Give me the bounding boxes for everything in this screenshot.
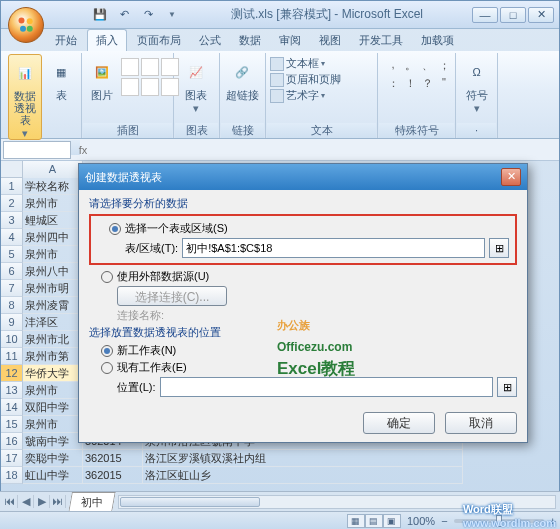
opt-select-range[interactable]: 选择一个表或区域(S) [109, 221, 509, 236]
ok-button[interactable]: 确定 [363, 412, 435, 434]
zoom-level[interactable]: 100% [407, 515, 435, 527]
radio-icon [109, 223, 121, 235]
svg-point-0 [19, 17, 25, 23]
dialog-titlebar[interactable]: 创建数据透视表 ✕ [79, 164, 527, 190]
tab-addin[interactable]: 加载项 [413, 30, 462, 51]
radio-icon [101, 271, 113, 283]
minimize-button[interactable]: — [472, 7, 498, 23]
zoom-out[interactable]: − [441, 515, 447, 527]
symbol-grid[interactable]: ,。、；：！？" [382, 54, 455, 95]
close-button[interactable]: ✕ [528, 7, 554, 23]
office-button[interactable] [8, 7, 44, 43]
fx-icon[interactable]: fx [73, 144, 93, 156]
group-chart: 图表 [175, 123, 218, 138]
link-icon: 🔗 [226, 56, 258, 88]
textbox-button[interactable]: 文本框 ▾ [270, 56, 373, 71]
svg-point-1 [27, 18, 33, 24]
redo-icon[interactable]: ↷ [138, 5, 158, 25]
location-selector-button[interactable]: ⊞ [497, 377, 517, 397]
location-input[interactable] [160, 377, 494, 397]
group-symbols: 特殊符号 [379, 123, 454, 138]
table-icon: ▦ [45, 56, 77, 88]
pivot-table-button[interactable]: 📊 数据 透视表▾ [8, 54, 42, 140]
select-all[interactable] [1, 161, 23, 178]
opt-existing-sheet[interactable]: 现有工作表(E) [101, 360, 517, 375]
tab-formula[interactable]: 公式 [191, 30, 229, 51]
range-input[interactable] [182, 238, 485, 258]
sheet-nav[interactable]: ⏮◀▶⏭ [2, 495, 66, 508]
ribbon-tabs: 开始 插入 页面布局 公式 数据 审阅 视图 开发工具 加载项 [1, 29, 559, 51]
hf-icon [270, 73, 284, 87]
tab-dev[interactable]: 开发工具 [351, 30, 411, 51]
maximize-button[interactable]: □ [500, 7, 526, 23]
window-controls: — □ ✕ [472, 7, 554, 23]
dialog-title: 创建数据透视表 [85, 170, 162, 185]
section-place-pivot: 选择放置数据透视表的位置 [89, 325, 517, 340]
section-select-data: 请选择要分析的数据 [89, 196, 517, 211]
formula-bar: fx [1, 139, 559, 161]
tab-view[interactable]: 视图 [311, 30, 349, 51]
range-label: 表/区域(T): [125, 241, 178, 256]
view-buttons[interactable]: ▦▤▣ [347, 514, 401, 528]
wordart-button[interactable]: 艺术字 ▾ [270, 88, 373, 103]
range-selector-button[interactable]: ⊞ [489, 238, 509, 258]
opt-new-sheet[interactable]: 新工作表(N) [101, 343, 517, 358]
tab-home[interactable]: 开始 [47, 30, 85, 51]
cancel-button[interactable]: 取消 [445, 412, 517, 434]
group-links: 链接 [221, 123, 264, 138]
corner-watermark: Word联盟 www.wordlm.com [463, 500, 556, 529]
illus-grid[interactable] [121, 54, 179, 96]
picture-button[interactable]: 🖼️ 图片 [86, 54, 118, 101]
location-label: 位置(L): [117, 380, 156, 395]
create-pivot-dialog: 创建数据透视表 ✕ 请选择要分析的数据 选择一个表或区域(S) 表/区域(T):… [78, 163, 528, 443]
qat-menu-icon[interactable]: ▼ [162, 5, 182, 25]
symbol-icon: Ω [461, 56, 493, 88]
name-box[interactable] [3, 141, 71, 159]
sheet-tab-active[interactable]: 初中 [68, 492, 116, 512]
header-footer-button[interactable]: 页眉和页脚 [270, 72, 373, 87]
ribbon: 📊 数据 透视表▾ ▦ 表 表 🖼️ 图片 插图 [1, 51, 559, 139]
tab-data[interactable]: 数据 [231, 30, 269, 51]
window-title: 测试.xls [兼容模式] - Microsoft Excel [182, 6, 472, 23]
opt-external-data[interactable]: 使用外部数据源(U) [101, 269, 517, 284]
connection-name-label: 连接名称: [117, 308, 164, 323]
tab-review[interactable]: 审阅 [271, 30, 309, 51]
picture-icon: 🖼️ [86, 56, 118, 88]
chart-icon: 📈 [180, 56, 212, 88]
highlighted-region: 选择一个表或区域(S) 表/区域(T): ⊞ [89, 214, 517, 265]
tab-layout[interactable]: 页面布局 [129, 30, 189, 51]
group-text: 文本 [267, 123, 376, 138]
undo-icon[interactable]: ↶ [114, 5, 134, 25]
textbox-icon [270, 57, 284, 71]
pivot-icon: 📊 [9, 57, 41, 89]
radio-icon [101, 362, 113, 374]
titlebar: 💾 ↶ ↷ ▼ 测试.xls [兼容模式] - Microsoft Excel … [1, 1, 559, 29]
dialog-close-button[interactable]: ✕ [501, 168, 521, 186]
group-illus: 插图 [83, 123, 172, 138]
table-button[interactable]: ▦ 表 [45, 54, 77, 101]
symbol-button[interactable]: Ω 符号▾ [460, 54, 493, 114]
hyperlink-button[interactable]: 🔗 超链接 [224, 54, 260, 101]
quick-access-toolbar: 💾 ↶ ↷ ▼ [90, 5, 182, 25]
radio-icon [101, 345, 113, 357]
row-headers[interactable]: 123456789101112131415161718 [1, 178, 23, 484]
chart-button[interactable]: 📈 图表▾ [178, 54, 214, 114]
svg-point-3 [27, 25, 33, 31]
svg-point-2 [20, 25, 26, 31]
choose-connection-button: 选择连接(C)... [117, 286, 227, 306]
tab-insert[interactable]: 插入 [87, 29, 127, 51]
save-icon[interactable]: 💾 [90, 5, 110, 25]
excel-window: 💾 ↶ ↷ ▼ 测试.xls [兼容模式] - Microsoft Excel … [0, 0, 560, 529]
wordart-icon [270, 89, 284, 103]
